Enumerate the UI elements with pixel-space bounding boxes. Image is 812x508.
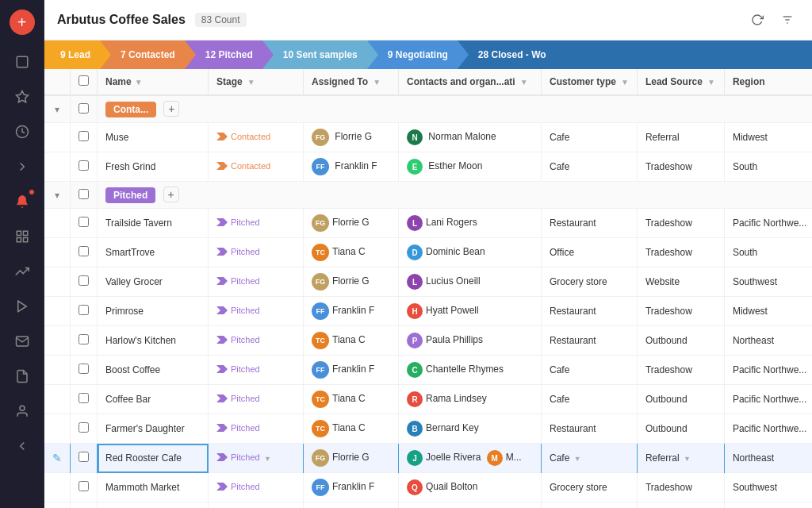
name-cell[interactable]: SmartTrove	[98, 238, 209, 267]
avatar: FF	[312, 361, 329, 379]
customer-cell[interactable]: Cafe	[542, 152, 638, 182]
row-checkbox[interactable]	[79, 364, 89, 374]
pipeline-sent[interactable]: 10 Sent samples	[262, 40, 367, 69]
cb-contacted[interactable]	[71, 95, 98, 123]
stage-cell[interactable]: Pitched	[209, 414, 304, 444]
edit-icon[interactable]: ✎	[52, 452, 62, 464]
pipeline-lead[interactable]: 9 Lead	[44, 40, 100, 69]
row-checkbox[interactable]	[79, 160, 89, 171]
svg-rect-5	[17, 238, 21, 242]
add-contacted-button[interactable]: +	[163, 101, 179, 117]
stage-cell[interactable]: Contacted	[209, 152, 304, 182]
sidebar-notifications[interactable]	[8, 187, 36, 216]
row-checkbox[interactable]	[79, 452, 89, 462]
name-cell-selected[interactable]: Red Rooster Cafe	[98, 444, 209, 473]
col-header-customer[interactable]: Customer type ▼	[542, 69, 638, 95]
pipeline-closed[interactable]: 28 Closed - Wo	[458, 40, 812, 69]
svg-marker-16	[216, 277, 228, 285]
table-body: ▾ Conta... + Muse	[44, 95, 812, 508]
name-cell[interactable]: Primrose	[98, 297, 209, 326]
sidebar-analytics[interactable]	[8, 257, 36, 286]
row-checkbox[interactable]	[79, 334, 89, 344]
pipeline-contacted[interactable]: 7 Contacted	[100, 40, 185, 69]
expand-pitched[interactable]: ▾	[44, 182, 71, 209]
name-cell[interactable]: Brew Collective	[98, 502, 209, 509]
group-pitched-checkbox[interactable]	[79, 189, 89, 199]
name-cell[interactable]: Farmer's Daughter	[98, 414, 209, 444]
assigned-cell[interactable]: FG Florrie G	[304, 123, 399, 152]
edit-icon-cell[interactable]: ✎	[44, 444, 71, 473]
col-header-stage[interactable]: Stage ▼	[209, 69, 304, 95]
name-cell[interactable]: Harlow's Kitchen	[98, 326, 209, 356]
sidebar-documents[interactable]	[8, 362, 36, 391]
assigned-cell[interactable]: FF Franklin F	[304, 152, 399, 182]
source-dropdown-arrow[interactable]: ▼	[684, 455, 691, 463]
stage-dropdown-arrow[interactable]: ▼	[264, 455, 271, 463]
stage-cell[interactable]: Pitched	[209, 238, 304, 267]
count-badge[interactable]: 83 Count	[195, 13, 247, 27]
stage-cell[interactable]: Pitched	[209, 385, 304, 414]
contact-badge: N	[407, 129, 423, 145]
row-checkbox[interactable]	[79, 217, 89, 227]
sidebar-settings[interactable]	[8, 432, 36, 460]
cb-pitched[interactable]	[71, 182, 98, 209]
row-checkbox[interactable]	[79, 481, 89, 491]
customer-cell[interactable]: Cafe	[542, 123, 638, 152]
stage-cell[interactable]: Pitched	[209, 356, 304, 385]
avatar: FG	[312, 214, 329, 232]
add-pitched-button[interactable]: +	[163, 187, 179, 202]
contacts-cell[interactable]: E Esther Moon	[399, 152, 542, 182]
stage-cell[interactable]: Pitched ▼	[209, 444, 304, 473]
sidebar-contacts[interactable]	[8, 397, 36, 425]
expand-contacted[interactable]: ▾	[44, 95, 71, 123]
contacts-cell[interactable]: N Norman Malone	[399, 123, 542, 152]
name-cell[interactable]: Trailside Tavern	[98, 209, 209, 238]
pipeline-negotiating[interactable]: 9 Negotiating	[367, 40, 458, 69]
sidebar-automation[interactable]	[8, 292, 36, 321]
source-cell[interactable]: Tradeshow	[637, 152, 724, 182]
sidebar-recent[interactable]	[8, 117, 36, 146]
group-contacted-checkbox[interactable]	[79, 103, 89, 114]
name-cell[interactable]: Boost Coffee	[98, 356, 209, 385]
col-header-assigned[interactable]: Assigned To ▼	[304, 69, 399, 95]
stage-cell[interactable]: Pitched	[209, 502, 304, 509]
pitched-label[interactable]: Pitched	[105, 187, 155, 203]
row-checkbox[interactable]	[79, 393, 89, 403]
col-header-source[interactable]: Lead Source ▼	[637, 69, 724, 95]
sidebar-favorites[interactable]	[8, 83, 36, 111]
col-header-name[interactable]: Name ▼	[98, 69, 209, 95]
refresh-button[interactable]	[745, 8, 769, 32]
stage-cell[interactable]: Pitched	[209, 473, 304, 502]
customer-dropdown-arrow[interactable]: ▼	[574, 455, 581, 463]
name-cell[interactable]: Fresh Grind	[98, 152, 209, 182]
row-checkbox[interactable]	[79, 422, 89, 433]
topbar: Arbutus Coffee Sales 83 Count	[44, 0, 812, 40]
sidebar-add-button[interactable]: +	[10, 10, 35, 35]
contacted-label[interactable]: Conta...	[105, 102, 156, 117]
sidebar-inbox[interactable]	[8, 48, 36, 76]
stage-arrow: Pitched	[216, 394, 260, 403]
sidebar-apps[interactable]	[8, 222, 36, 251]
stage-cell[interactable]: Contacted	[209, 123, 304, 152]
name-cell[interactable]: Valley Grocer	[98, 267, 209, 297]
stage-cell[interactable]: Pitched	[209, 297, 304, 326]
avatar: FG	[312, 273, 329, 291]
select-all-checkbox[interactable]	[79, 75, 89, 86]
page-title: Arbutus Coffee Sales	[57, 13, 186, 27]
col-header-contacts[interactable]: Contacts and organ...ati ▼	[399, 69, 542, 95]
sidebar-nav[interactable]	[8, 152, 36, 181]
row-checkbox[interactable]	[79, 246, 89, 256]
row-checkbox[interactable]	[79, 305, 89, 315]
filter-button[interactable]	[776, 8, 799, 32]
name-cell[interactable]: Coffee Bar	[98, 385, 209, 414]
source-cell[interactable]: Referral	[637, 123, 724, 152]
sidebar-email[interactable]	[8, 327, 36, 356]
row-checkbox[interactable]	[79, 131, 89, 141]
stage-cell[interactable]: Pitched	[209, 326, 304, 356]
row-checkbox[interactable]	[79, 275, 89, 286]
stage-cell[interactable]: Pitched	[209, 209, 304, 238]
pipeline-pitched[interactable]: 12 Pitched	[185, 40, 262, 69]
stage-cell[interactable]: Pitched	[209, 267, 304, 297]
name-cell[interactable]: Muse	[98, 123, 209, 152]
name-cell[interactable]: Mammoth Market	[98, 473, 209, 502]
